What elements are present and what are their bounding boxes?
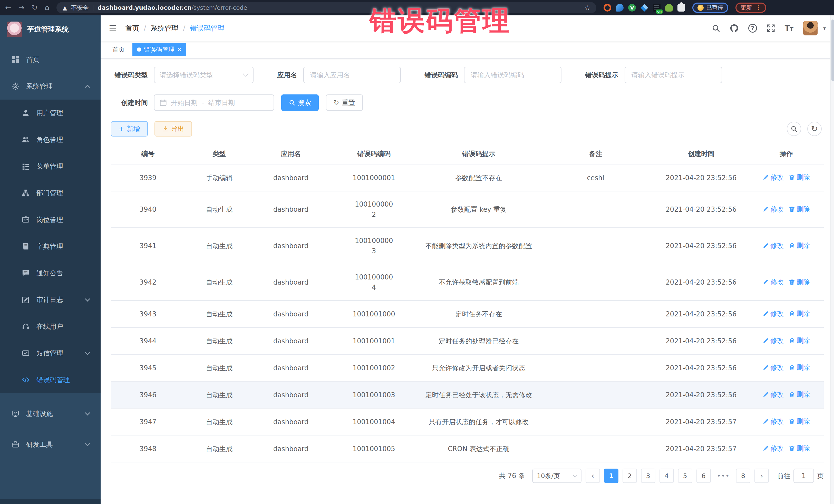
profile-paused-chip[interactable]: 已暂停 bbox=[692, 3, 728, 13]
user-avatar[interactable] bbox=[803, 21, 817, 36]
browser-menu-kebab-icon[interactable]: ⋮ bbox=[755, 5, 761, 10]
edit-link[interactable]: 修改 bbox=[763, 363, 784, 373]
goto-page-input[interactable] bbox=[793, 468, 814, 483]
reset-button[interactable]: ↻ 重置 bbox=[326, 94, 363, 111]
logo-avatar bbox=[7, 22, 22, 37]
sidebar-item-8[interactable]: 通知公告 bbox=[0, 260, 101, 286]
search-button[interactable]: 搜索 bbox=[281, 94, 319, 111]
page-button-5[interactable]: 5 bbox=[678, 468, 692, 483]
error-hint-input[interactable] bbox=[630, 70, 717, 79]
edit-link[interactable]: 修改 bbox=[763, 277, 784, 287]
sidebar-item-0[interactable]: 首页 bbox=[0, 46, 101, 73]
sidebar-item-13[interactable]: 基础设施 bbox=[0, 400, 101, 427]
page-button-3[interactable]: 3 bbox=[641, 468, 655, 483]
book-icon bbox=[22, 242, 30, 250]
edit-link[interactable]: 修改 bbox=[763, 443, 784, 454]
delete-link[interactable]: 删除 bbox=[789, 443, 810, 454]
error-type-select[interactable]: 请选择错误码类型 bbox=[154, 67, 254, 83]
column-header: 错误码编码 bbox=[328, 144, 420, 164]
app-logo[interactable]: 芋道管理系统 bbox=[0, 15, 101, 43]
error-code-input[interactable] bbox=[469, 70, 556, 79]
extension-robot-icon[interactable] bbox=[665, 4, 673, 12]
breadcrumb-item-1[interactable]: 系统管理 bbox=[151, 24, 178, 33]
cell-hint: 参数配置 key 重复 bbox=[420, 191, 538, 227]
sidebar-item-6[interactable]: 岗位管理 bbox=[0, 206, 101, 233]
page-button-2[interactable]: 2 bbox=[622, 468, 637, 483]
browser-reload-icon[interactable]: ↻ bbox=[31, 4, 38, 11]
tab-close-icon[interactable]: × bbox=[177, 47, 182, 52]
date-range-picker[interactable]: 开始日期 - 结束日期 bbox=[154, 94, 274, 111]
app-name-input[interactable] bbox=[309, 70, 395, 79]
address-bar[interactable]: ▲ 不安全 dashboard.yudao.iocoder.cn/system/… bbox=[57, 2, 596, 13]
toggle-search-button[interactable] bbox=[787, 122, 801, 136]
edit-link[interactable]: 修改 bbox=[763, 308, 784, 319]
delete-link[interactable]: 删除 bbox=[789, 277, 810, 287]
sidebar-item-10[interactable]: 在线用户 bbox=[0, 313, 101, 340]
delete-link[interactable]: 删除 bbox=[789, 335, 810, 346]
page-button-1[interactable]: 1 bbox=[604, 468, 618, 483]
sidebar-item-5[interactable]: 部门管理 bbox=[0, 180, 101, 206]
edit-link[interactable]: 修改 bbox=[763, 335, 784, 346]
page-size-select[interactable]: 10条/页 bbox=[532, 468, 581, 483]
sidebar-toggle-icon[interactable]: ☰ bbox=[109, 23, 116, 34]
sidebar-item-3[interactable]: 角色管理 bbox=[0, 126, 101, 153]
delete-link[interactable]: 删除 bbox=[789, 240, 810, 251]
sidebar-item-7[interactable]: 字典管理 bbox=[0, 233, 101, 260]
sidebar-item-14[interactable]: 研发工具 bbox=[0, 431, 101, 458]
delete-link[interactable]: 删除 bbox=[789, 363, 810, 373]
extension-list-icon[interactable]: on bbox=[653, 4, 660, 12]
delete-link[interactable]: 删除 bbox=[789, 204, 810, 214]
cell-actions: 修改删除 bbox=[749, 164, 824, 191]
edit-link[interactable]: 修改 bbox=[763, 204, 784, 214]
page-button-4[interactable]: 4 bbox=[659, 468, 674, 483]
delete-link[interactable]: 删除 bbox=[789, 308, 810, 319]
sidebar-item-11[interactable]: 短信管理 bbox=[0, 340, 101, 367]
avatar-dropdown-caret-icon[interactable]: ▾ bbox=[823, 25, 826, 31]
extensions-puzzle-icon[interactable] bbox=[678, 4, 685, 12]
help-icon[interactable]: ? bbox=[748, 24, 757, 32]
tab-0[interactable]: 首页 bbox=[108, 43, 129, 56]
page-scrollbar[interactable] bbox=[830, 15, 834, 504]
page-button-6[interactable]: 6 bbox=[697, 468, 711, 483]
chevron-down-icon bbox=[85, 441, 90, 446]
table-row: 3940自动生成dashboard100100000 2参数配置 key 重复2… bbox=[111, 191, 824, 227]
search-icon[interactable] bbox=[712, 24, 720, 32]
screenshot-root: ← → ↻ ⌂ ▲ 不安全 dashboard.yudao.iocoder.cn… bbox=[0, 0, 834, 504]
extension-diamond-icon[interactable] bbox=[640, 4, 648, 12]
tab-1[interactable]: 错误码管理× bbox=[132, 43, 186, 56]
edit-icon bbox=[763, 206, 769, 212]
column-header: 编号 bbox=[111, 144, 185, 164]
sidebar-item-12[interactable]: 错误码管理 bbox=[0, 367, 101, 393]
delete-link[interactable]: 删除 bbox=[789, 389, 810, 399]
delete-link[interactable]: 删除 bbox=[789, 416, 810, 426]
refresh-table-button[interactable]: ↻ bbox=[807, 122, 822, 136]
bookmark-star-icon[interactable]: ☆ bbox=[584, 4, 590, 12]
browser-back-icon[interactable]: ← bbox=[5, 4, 11, 11]
fullscreen-icon[interactable] bbox=[767, 24, 775, 32]
next-page-button[interactable]: › bbox=[754, 468, 769, 483]
sidebar-item-2[interactable]: 用户管理 bbox=[0, 100, 101, 126]
edit-link[interactable]: 修改 bbox=[763, 389, 784, 399]
browser-update-button[interactable]: 更新 ⋮ bbox=[736, 3, 766, 13]
font-size-icon[interactable]: TT bbox=[785, 24, 793, 32]
github-icon[interactable] bbox=[730, 24, 739, 32]
browser-home-icon[interactable]: ⌂ bbox=[45, 4, 49, 11]
delete-link[interactable]: 删除 bbox=[789, 172, 810, 182]
breadcrumb-item-0[interactable]: 首页 bbox=[125, 24, 139, 33]
extension-pin-icon[interactable] bbox=[616, 4, 623, 12]
sidebar-item-1[interactable]: 系统管理 bbox=[0, 73, 101, 100]
edit-link[interactable]: 修改 bbox=[763, 240, 784, 251]
extension-ring-icon[interactable] bbox=[603, 4, 611, 12]
edit-link[interactable]: 修改 bbox=[763, 172, 784, 182]
add-button[interactable]: + 新增 bbox=[111, 121, 148, 136]
sidebar-item-9[interactable]: 审计日志 bbox=[0, 286, 101, 313]
scrollbar-thumb[interactable] bbox=[831, 20, 834, 81]
edit-link[interactable]: 修改 bbox=[763, 416, 784, 426]
prev-page-button[interactable]: ‹ bbox=[586, 468, 600, 483]
page-button-8[interactable]: 8 bbox=[736, 468, 750, 483]
export-button[interactable]: 导出 bbox=[154, 121, 192, 136]
page-ellipsis[interactable]: ••• bbox=[715, 468, 732, 483]
sidebar-item-4[interactable]: 菜单管理 bbox=[0, 153, 101, 180]
browser-forward-icon[interactable]: → bbox=[18, 4, 24, 11]
extension-v-icon[interactable]: V bbox=[628, 4, 636, 12]
